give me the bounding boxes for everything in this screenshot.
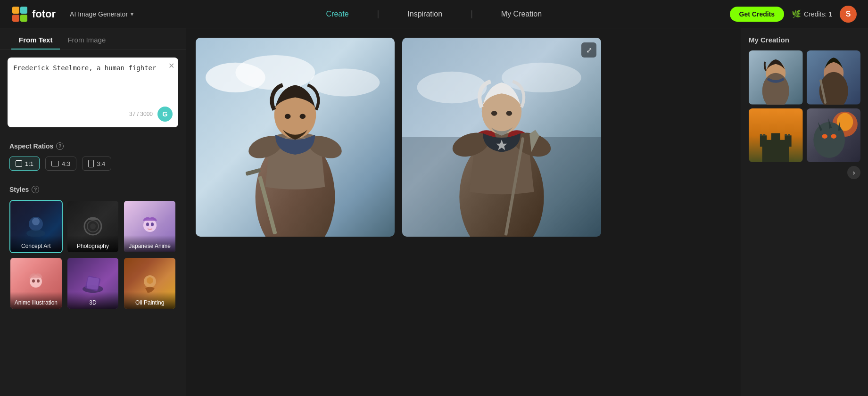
ratio-3-4-icon: [88, 160, 94, 167]
svg-rect-59: [785, 135, 791, 147]
prompt-container: ✕ Frederick Steelmore, a human fighter 3…: [8, 58, 178, 127]
generated-images-grid: ⤢: [196, 38, 601, 237]
ai-generator-dropdown[interactable]: AI Image Generator ▾: [65, 8, 138, 21]
main-layout: From Text From Image ✕ Frederick Steelmo…: [0, 28, 868, 396]
right-panel: My Creation: [741, 28, 868, 396]
fighter-image-2: [402, 38, 601, 237]
ai-generator-label: AI Image Generator: [70, 10, 128, 18]
style-oil-painting[interactable]: Oil Painting: [123, 257, 176, 310]
oil-painting-label: Oil Painting: [124, 292, 175, 309]
nav-divider-2: |: [471, 9, 473, 19]
svg-point-37: [502, 63, 581, 92]
svg-point-43: [491, 111, 497, 116]
scroll-right-arrow[interactable]: ›: [847, 166, 860, 179]
creation-item-2[interactable]: [807, 50, 861, 105]
svg-rect-64: [788, 134, 790, 136]
svg-rect-58: [760, 135, 767, 147]
nav-my-creation[interactable]: My Creation: [501, 7, 542, 21]
anime-illustration-label: Anime illustration: [10, 292, 62, 309]
svg-point-10: [90, 223, 96, 229]
svg-rect-3: [12, 15, 19, 22]
expand-image-button[interactable]: ⤢: [581, 42, 596, 58]
leaf-icon: 🌿: [792, 9, 801, 18]
svg-point-17: [37, 280, 40, 283]
header: fotor AI Image Generator ▾ Create | Insp…: [0, 0, 868, 28]
svg-point-36: [417, 72, 487, 104]
credits-label: Credits: 1: [804, 10, 832, 18]
header-right: Get Credits 🌿 Credits: 1 S: [730, 6, 857, 23]
svg-rect-61: [760, 134, 762, 136]
style-3d[interactable]: 3D: [66, 257, 120, 310]
svg-rect-62: [763, 134, 766, 136]
photography-label: Photography: [67, 235, 119, 252]
svg-rect-11: [88, 218, 98, 220]
tab-from-image[interactable]: From Image: [60, 28, 113, 50]
generated-image-1[interactable]: [196, 38, 395, 237]
prompt-textarea[interactable]: Frederick Steelmore, a human fighter: [13, 63, 173, 101]
styles-section: Styles ? Concept Art: [0, 178, 186, 317]
3d-label: 3D: [67, 292, 119, 309]
style-japanese-anime[interactable]: Japanese Anime: [123, 200, 176, 253]
style-photography[interactable]: Photography: [66, 200, 120, 253]
left-panel: From Text From Image ✕ Frederick Steelmo…: [0, 28, 186, 396]
chevron-down-icon: ▾: [131, 11, 133, 17]
mode-tabs: From Text From Image: [0, 28, 186, 50]
styles-grid: Concept Art Photography: [9, 200, 176, 310]
svg-point-31: [285, 114, 291, 119]
nav-inspiration[interactable]: Inspiration: [407, 7, 442, 21]
get-credits-button[interactable]: Get Credits: [730, 7, 784, 22]
credits-badge: 🌿 Credits: 1: [792, 9, 832, 18]
style-anime-illustration[interactable]: Anime illustration: [9, 257, 63, 310]
fighter-image-1: [196, 38, 395, 237]
generate-button[interactable]: G: [157, 107, 173, 122]
fotor-logo-icon: [11, 6, 28, 23]
svg-point-26: [310, 68, 380, 96]
creation-item-3[interactable]: [749, 108, 803, 163]
aspect-ratio-options: 1:1 4:3 3:4: [9, 157, 176, 171]
ratio-4-3-icon: [51, 161, 59, 166]
concept-art-label: Concept Art: [10, 235, 62, 252]
svg-point-25: [235, 55, 315, 90]
svg-point-16: [32, 280, 35, 283]
aspect-ratios-section: Aspect Ratios ? 1:1 4:3 3:4: [0, 135, 186, 178]
svg-point-7: [32, 218, 40, 225]
svg-point-14: [151, 223, 154, 226]
aspect-ratios-title: Aspect Ratios ?: [9, 142, 176, 150]
aspect-ratios-help-icon[interactable]: ?: [56, 142, 64, 150]
svg-point-22: [147, 277, 153, 284]
tab-from-text[interactable]: From Text: [11, 28, 60, 50]
svg-point-72: [822, 134, 827, 139]
svg-rect-2: [20, 7, 27, 14]
creation-item-1[interactable]: [749, 50, 803, 105]
svg-rect-60: [771, 133, 780, 147]
svg-rect-4: [20, 15, 27, 22]
center-content: ⤢: [186, 28, 741, 396]
style-concept-art[interactable]: Concept Art: [9, 200, 63, 253]
svg-rect-20: [86, 277, 99, 289]
clear-prompt-button[interactable]: ✕: [168, 61, 174, 70]
svg-point-13: [146, 223, 149, 226]
user-avatar[interactable]: S: [840, 6, 857, 23]
svg-point-32: [299, 114, 306, 119]
textarea-footer: 37 / 3000 G: [13, 107, 173, 122]
creation-item-4[interactable]: [807, 108, 861, 163]
fotor-logo-text: fotor: [32, 8, 56, 20]
generated-image-2[interactable]: ⤢: [402, 38, 601, 237]
main-nav: Create | Inspiration | My Creation: [138, 7, 730, 21]
my-creation-title: My Creation: [749, 36, 860, 44]
svg-point-73: [831, 134, 836, 139]
styles-help-icon[interactable]: ?: [32, 186, 39, 193]
styles-title: Styles ?: [9, 186, 176, 193]
svg-rect-1: [12, 7, 19, 14]
ratio-1-1-button[interactable]: 1:1: [9, 157, 40, 171]
nav-divider-1: |: [377, 9, 380, 19]
ratio-4-3-button[interactable]: 4:3: [45, 157, 76, 171]
ratio-3-4-button[interactable]: 3:4: [82, 157, 111, 171]
svg-point-12: [143, 219, 157, 232]
nav-create[interactable]: Create: [326, 7, 349, 21]
ratio-1-1-icon: [16, 160, 22, 167]
char-count: 37 / 3000: [129, 111, 153, 117]
svg-point-44: [506, 111, 512, 116]
creation-grid: [749, 50, 860, 162]
logo[interactable]: fotor: [11, 6, 56, 23]
